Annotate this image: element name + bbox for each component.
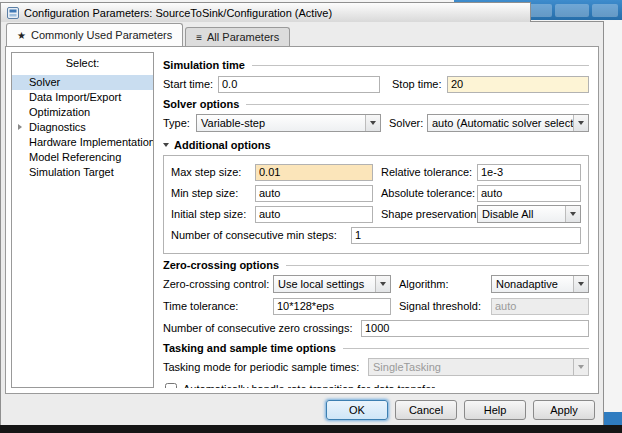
auto-rate-transition-row: Automatically handle rate transition for… xyxy=(165,381,589,388)
simulink-config-icon xyxy=(7,7,19,19)
section-title: Zero-crossing options xyxy=(163,259,279,271)
list-icon: ≡ xyxy=(196,32,202,43)
shape-preservation-label: Shape preservation: xyxy=(381,208,477,220)
time-tolerance-label: Time tolerance: xyxy=(163,300,273,312)
section-solver-options: Solver options xyxy=(163,98,589,110)
configuration-parameters-dialog: Configuration Parameters: SourceToSink/C… xyxy=(0,2,604,426)
algorithm-label: Algorithm: xyxy=(399,278,491,290)
min-step-label: Min step size: xyxy=(171,187,255,199)
apply-button[interactable]: Apply xyxy=(533,400,595,420)
expand-arrow-icon[interactable] xyxy=(18,124,22,130)
solver-pane: Simulation time Start time: Stop time: S… xyxy=(154,52,593,388)
ok-button[interactable]: OK xyxy=(326,400,388,420)
sidebar-item-simulation-target[interactable]: Simulation Target xyxy=(12,165,153,180)
solver-label: Solver: xyxy=(389,117,427,129)
section-title: Tasking and sample time options xyxy=(163,342,336,354)
section-tasking: Tasking and sample time options xyxy=(163,342,589,354)
section-title: Solver options xyxy=(163,98,239,110)
auto-rate-transition-checkbox[interactable] xyxy=(165,383,177,388)
cancel-button[interactable]: Cancel xyxy=(395,400,457,420)
tab-all-parameters[interactable]: ≡ All Parameters xyxy=(185,27,290,46)
sidebar-header: Select: xyxy=(12,53,153,75)
chevron-down-icon xyxy=(573,276,588,292)
tabbar: ★ Commonly Used Parameters ≡ All Paramet… xyxy=(6,23,290,46)
chevron-down-icon xyxy=(573,359,588,375)
min-step-input[interactable] xyxy=(255,185,373,202)
type-label: Type: xyxy=(163,117,196,129)
collapse-arrow-icon xyxy=(163,143,169,147)
shape-preservation-dropdown[interactable]: Disable All xyxy=(477,205,581,223)
solver-dropdown[interactable]: auto (Automatic solver selection) xyxy=(427,114,589,132)
sidebar-item-diagnostics[interactable]: Diagnostics xyxy=(12,120,153,135)
start-time-input[interactable] xyxy=(218,76,380,93)
category-list: Select: Solver Data Import/Export Optimi… xyxy=(11,52,154,388)
star-icon: ★ xyxy=(17,30,26,41)
screen-bottom-edge xyxy=(0,425,622,433)
initial-step-input[interactable] xyxy=(255,206,373,223)
dialog-footer: OK Cancel Help Apply xyxy=(326,400,595,420)
signal-threshold-input xyxy=(491,298,589,315)
absolute-tolerance-label: Absolute tolerance: xyxy=(381,187,477,199)
auto-rate-transition-label: Automatically handle rate transition for… xyxy=(183,383,435,388)
section-rule xyxy=(252,65,589,66)
section-zero-crossing: Zero-crossing options xyxy=(163,259,589,271)
tab-label: All Parameters xyxy=(207,31,279,43)
consecutive-zero-crossings-label: Number of consecutive zero crossings: xyxy=(163,322,353,334)
additional-options-toggle[interactable]: Additional options xyxy=(163,139,589,151)
relative-tolerance-label: Relative tolerance: xyxy=(381,166,477,178)
tasking-mode-label: Tasking mode for periodic sample times: xyxy=(163,361,363,373)
chevron-down-icon xyxy=(365,115,380,131)
sidebar-item-data-import-export[interactable]: Data Import/Export xyxy=(12,90,153,105)
stop-time-label: Stop time: xyxy=(392,78,447,90)
zero-crossing-control-dropdown[interactable]: Use local settings xyxy=(273,275,391,293)
chevron-down-icon xyxy=(565,206,580,222)
stop-time-input[interactable] xyxy=(447,76,589,93)
algorithm-dropdown[interactable]: Nonadaptive xyxy=(491,275,589,293)
section-rule xyxy=(286,265,589,266)
section-title: Simulation time xyxy=(163,59,245,71)
sidebar-item-solver[interactable]: Solver xyxy=(12,75,153,90)
tab-label: Commonly Used Parameters xyxy=(31,29,172,41)
tasking-mode-dropdown: SingleTasking xyxy=(368,358,589,376)
absolute-tolerance-input[interactable] xyxy=(477,185,581,202)
additional-options-group: Max step size: Relative tolerance: Min s… xyxy=(163,155,589,254)
time-tolerance-input[interactable] xyxy=(273,298,391,315)
signal-threshold-label: Signal threshold: xyxy=(399,300,491,312)
section-rule xyxy=(246,104,589,105)
dialog-title: Configuration Parameters: SourceToSink/C… xyxy=(24,7,332,19)
section-rule xyxy=(343,348,589,349)
sidebar-item-optimization[interactable]: Optimization xyxy=(12,105,153,120)
background-window-corner xyxy=(603,412,622,425)
dialog-body: ★ Commonly Used Parameters ≡ All Paramet… xyxy=(0,21,604,426)
max-step-label: Max step size: xyxy=(171,166,255,178)
zero-crossing-control-label: Zero-crossing control: xyxy=(163,278,273,290)
relative-tolerance-input[interactable] xyxy=(477,164,581,181)
chevron-down-icon xyxy=(573,115,588,131)
content-panel: Select: Solver Data Import/Export Optimi… xyxy=(5,46,599,394)
consecutive-min-steps-input[interactable] xyxy=(351,227,581,244)
dialog-titlebar[interactable]: Configuration Parameters: SourceToSink/C… xyxy=(0,2,531,22)
tab-commonly-used-parameters[interactable]: ★ Commonly Used Parameters xyxy=(6,23,183,46)
chevron-down-icon xyxy=(375,276,390,292)
sidebar-item-hardware-implementation[interactable]: Hardware Implementation xyxy=(12,135,153,150)
solver-type-dropdown[interactable]: Variable-step xyxy=(196,114,381,132)
max-step-input[interactable] xyxy=(255,164,373,181)
section-simulation-time: Simulation time xyxy=(163,59,589,71)
initial-step-label: Initial step size: xyxy=(171,208,255,220)
start-time-label: Start time: xyxy=(163,78,218,90)
help-button[interactable]: Help xyxy=(464,400,526,420)
consecutive-zero-crossings-input[interactable] xyxy=(361,320,589,337)
sidebar-item-model-referencing[interactable]: Model Referencing xyxy=(12,150,153,165)
consecutive-min-steps-label: Number of consecutive min steps: xyxy=(171,229,343,241)
